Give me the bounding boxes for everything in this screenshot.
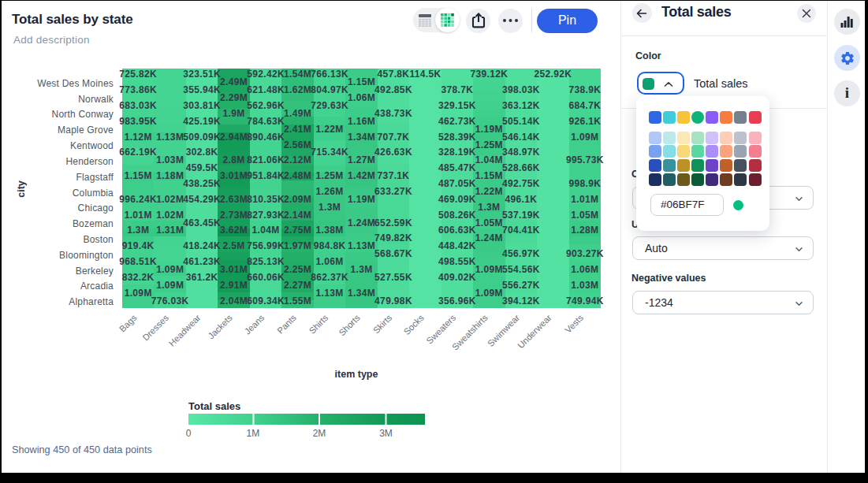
svg-text:926.1K: 926.1K [568, 116, 601, 127]
svg-text:2.56M: 2.56M [284, 139, 311, 150]
svg-text:562.96K: 562.96K [247, 100, 285, 111]
svg-text:114.5K: 114.5K [409, 69, 441, 80]
svg-text:1.22M: 1.22M [475, 186, 503, 197]
svg-text:1.31M: 1.31M [156, 225, 184, 236]
svg-text:1.13M: 1.13M [348, 240, 375, 251]
svg-text:2.29M: 2.29M [220, 92, 248, 103]
svg-text:Total sales: Total sales [188, 400, 240, 412]
svg-text:996.24K: 996.24K [119, 194, 157, 205]
svg-text:554.56K: 554.56K [502, 264, 540, 275]
svg-text:704.41K: 704.41K [502, 225, 540, 236]
svg-text:Columbia: Columbia [73, 188, 114, 199]
svg-text:2.8M: 2.8M [223, 154, 245, 165]
svg-text:356.96K: 356.96K [438, 295, 476, 307]
svg-text:city: city [16, 180, 27, 198]
svg-text:363.12K: 363.12K [502, 100, 540, 111]
svg-text:Chicago: Chicago [78, 202, 114, 214]
svg-text:Dresses: Dresses [140, 313, 170, 343]
svg-text:Flagstaff: Flagstaff [76, 172, 114, 183]
svg-text:1.27M: 1.27M [348, 154, 375, 165]
svg-text:438.25K: 438.25K [183, 178, 221, 189]
svg-text:1.18M: 1.18M [156, 170, 184, 181]
svg-text:832.2K: 832.2K [122, 272, 155, 283]
svg-text:1.97M: 1.97M [284, 240, 311, 251]
svg-text:527.55K: 527.55K [374, 272, 412, 283]
svg-text:2.73M: 2.73M [220, 210, 248, 221]
svg-text:556.27K: 556.27K [502, 280, 540, 291]
svg-text:2.25M: 2.25M [284, 264, 311, 275]
svg-text:Norwalk: Norwalk [78, 94, 114, 105]
svg-text:2.49M: 2.49M [220, 76, 248, 87]
svg-text:438.73K: 438.73K [374, 108, 412, 119]
svg-text:738.9K: 738.9K [568, 84, 601, 95]
svg-text:1.13M: 1.13M [156, 132, 184, 143]
svg-text:903.27K: 903.27K [566, 248, 604, 259]
svg-text:766.13K: 766.13K [311, 69, 348, 80]
svg-text:Skirts: Skirts [371, 313, 394, 336]
svg-text:454.29K: 454.29K [183, 194, 221, 205]
svg-text:1.02M: 1.02M [156, 210, 184, 221]
svg-text:621.48K: 621.48K [247, 84, 285, 95]
svg-text:652.59K: 652.59K [374, 217, 412, 228]
svg-text:862.37K: 862.37K [311, 272, 348, 283]
svg-text:2M: 2M [313, 428, 326, 439]
svg-text:568.67K: 568.67K [374, 248, 412, 259]
svg-text:756.99K: 756.99K [247, 240, 285, 251]
svg-text:1.24M: 1.24M [348, 217, 375, 228]
svg-text:Maple Grove: Maple Grove [58, 124, 114, 136]
svg-text:459.5K: 459.5K [186, 162, 218, 173]
svg-text:Socks: Socks [402, 313, 426, 336]
svg-text:item type: item type [335, 369, 378, 380]
svg-text:1.09M: 1.09M [475, 288, 503, 299]
svg-text:509.09K: 509.09K [183, 132, 221, 143]
svg-text:252.92K: 252.92K [534, 69, 572, 80]
svg-text:Arcadia: Arcadia [80, 281, 114, 292]
svg-text:328.19K: 328.19K [438, 147, 476, 158]
svg-text:984.8K: 984.8K [314, 240, 346, 251]
svg-text:457.8K: 457.8K [378, 69, 410, 80]
svg-text:461.23K: 461.23K [183, 256, 221, 267]
svg-text:3.01M: 3.01M [220, 170, 248, 181]
svg-text:1.19M: 1.19M [475, 124, 503, 135]
svg-text:1M: 1M [246, 428, 259, 439]
svg-text:1.06M: 1.06M [348, 92, 375, 103]
svg-text:1.3M: 1.3M [127, 225, 149, 236]
svg-text:Bags: Bags [117, 313, 139, 334]
svg-text:729.63K: 729.63K [311, 100, 348, 111]
svg-text:1.01M: 1.01M [571, 194, 598, 205]
svg-text:2.14M: 2.14M [284, 210, 311, 221]
svg-text:2.91M: 2.91M [220, 280, 248, 291]
svg-text:Sweaters: Sweaters [425, 313, 458, 346]
svg-text:Bloomington: Bloomington [59, 250, 114, 261]
svg-text:1.3M: 1.3M [319, 202, 341, 213]
svg-text:Berkeley: Berkeley [76, 266, 114, 277]
svg-text:825.13K: 825.13K [247, 256, 285, 267]
svg-text:1.34M: 1.34M [348, 132, 375, 143]
svg-text:1.26M: 1.26M [316, 186, 344, 197]
svg-text:426.63K: 426.63K [374, 147, 412, 158]
svg-text:485.47K: 485.47K [438, 162, 476, 173]
svg-text:660.06K: 660.06K [247, 272, 285, 283]
svg-text:1.12M: 1.12M [125, 132, 152, 143]
svg-text:606.63K: 606.63K [438, 225, 476, 236]
svg-text:469.09K: 469.09K [438, 194, 476, 205]
svg-text:3.62M: 3.62M [220, 225, 248, 236]
svg-text:348.97K: 348.97K [502, 147, 540, 158]
svg-text:Vests: Vests [563, 313, 585, 335]
svg-text:Boston: Boston [83, 234, 114, 245]
svg-text:827.93K: 827.93K [247, 210, 285, 221]
svg-text:498.55K: 498.55K [438, 256, 476, 267]
svg-text:1.01M: 1.01M [125, 210, 152, 221]
svg-text:3.01M: 3.01M [220, 264, 248, 275]
svg-text:1.09M: 1.09M [475, 264, 503, 275]
svg-text:951.84K: 951.84K [247, 170, 285, 181]
svg-text:Kentwood: Kentwood [70, 140, 114, 151]
svg-text:804.97K: 804.97K [311, 84, 348, 95]
svg-text:737.1K: 737.1K [378, 170, 410, 181]
svg-text:448.42K: 448.42K [438, 240, 476, 251]
svg-text:1.25M: 1.25M [316, 170, 344, 181]
svg-text:1.22M: 1.22M [316, 124, 344, 135]
svg-text:998.9K: 998.9K [568, 178, 601, 189]
svg-text:810.35K: 810.35K [247, 194, 285, 205]
svg-text:739.12K: 739.12K [470, 69, 508, 80]
